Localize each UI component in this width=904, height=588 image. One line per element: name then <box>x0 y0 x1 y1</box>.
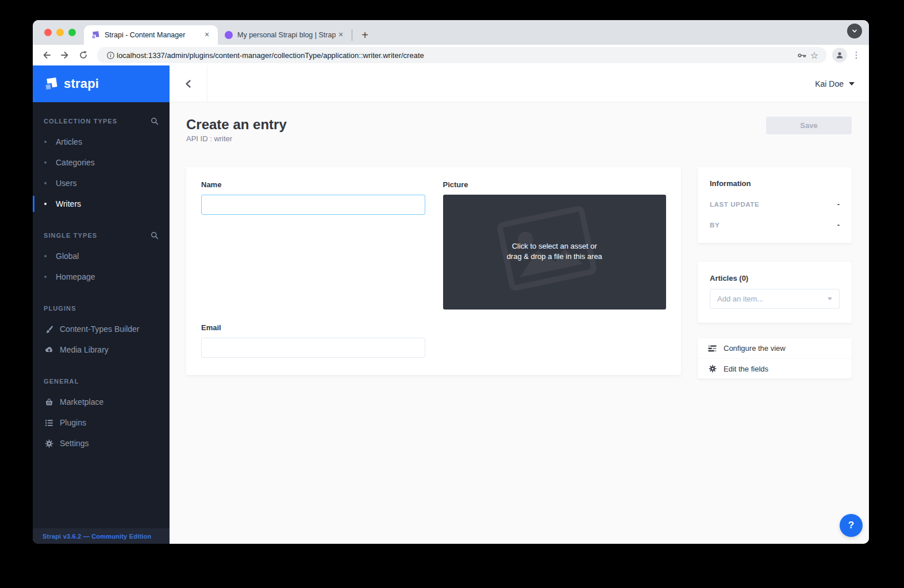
sidebar-item-content-types-builder[interactable]: Content-Types Builder <box>33 319 170 339</box>
page-info-icon[interactable] <box>104 49 117 61</box>
reload-button[interactable] <box>75 47 91 63</box>
bullet-icon <box>44 161 47 164</box>
tab-strapi-content-manager[interactable]: Strapi - Content Manager × <box>84 25 218 45</box>
bookmark-star-icon[interactable]: ☆ <box>808 49 821 61</box>
search-tabs-button[interactable] <box>847 24 862 38</box>
link-label: Edit the fields <box>724 365 768 373</box>
configure-view-link[interactable]: Configure the view <box>698 338 852 358</box>
sidebar-item-writers[interactable]: Writers <box>33 194 170 214</box>
sidebar-item-label: Settings <box>60 439 89 448</box>
tab-close-icon[interactable]: × <box>202 30 212 40</box>
strapi-wordmark: strapi <box>64 76 99 91</box>
browser-menu-icon[interactable]: ⋮ <box>849 50 863 60</box>
entry-form-card: Name Email Picture <box>186 167 681 375</box>
strapi-logo-icon <box>44 76 59 91</box>
list-icon <box>44 418 53 427</box>
chevron-left-icon <box>184 79 193 88</box>
bullet-icon <box>44 255 47 257</box>
sidebar-item-media-library[interactable]: Media Library <box>33 339 170 360</box>
tab-strip: Strapi - Content Manager × My personal S… <box>33 20 869 45</box>
name-input[interactable] <box>201 195 425 215</box>
information-title: Information <box>710 179 840 188</box>
sidebar-item-label: Homepage <box>56 272 95 281</box>
tab-title: Strapi - Content Manager <box>105 31 202 39</box>
page-subtitle: API ID : writer <box>186 134 852 143</box>
email-input[interactable] <box>201 338 425 358</box>
sidebar-item-marketplace[interactable]: Marketplace <box>33 392 170 412</box>
bullet-icon <box>44 276 47 278</box>
add-article-select[interactable]: Add an item... <box>710 289 840 309</box>
search-icon[interactable] <box>151 231 159 239</box>
picture-label: Picture <box>443 180 667 189</box>
help-button[interactable]: ? <box>840 514 863 537</box>
back-button[interactable] <box>39 47 55 63</box>
maximize-window-button[interactable] <box>68 29 76 36</box>
information-panel: Information LAST UPDATE - BY - <box>698 167 852 243</box>
section-collection-types: COLLECTION TYPES Articles Categories Use… <box>33 115 170 214</box>
info-row-by: BY - <box>710 220 840 229</box>
sidebar-item-homepage[interactable]: Homepage <box>33 266 170 287</box>
tab-close-icon[interactable]: × <box>336 30 346 40</box>
sidebar-item-label: Categories <box>56 158 95 167</box>
tab-title: My personal Strapi blog | Strap <box>237 31 336 39</box>
save-button[interactable]: Save <box>766 117 852 134</box>
sidebar-item-users[interactable]: Users <box>33 173 170 194</box>
section-label: COLLECTION TYPES <box>44 118 117 125</box>
password-key-icon[interactable] <box>795 49 808 61</box>
left-menu-nav: COLLECTION TYPES Articles Categories Use… <box>33 102 170 544</box>
sidebar-item-plugins[interactable]: Plugins <box>33 412 170 433</box>
forward-button[interactable] <box>57 47 73 63</box>
link-label: Configure the view <box>724 344 786 353</box>
tab-strapi-blog[interactable]: My personal Strapi blog | Strap × <box>218 25 352 45</box>
user-name: Kai Doe <box>815 79 844 88</box>
desktop-background: Strapi - Content Manager × My personal S… <box>0 0 904 588</box>
bullet-icon <box>44 182 47 184</box>
gear-icon <box>708 365 717 373</box>
window-controls <box>33 20 84 45</box>
sidebar-item-global[interactable]: Global <box>33 246 170 266</box>
sidebar-item-label: Writers <box>56 199 81 208</box>
close-window-button[interactable] <box>44 29 52 36</box>
sidebar-item-label: Users <box>56 179 77 188</box>
go-back-button[interactable] <box>170 65 207 102</box>
url-bar[interactable]: localhost:1337/admin/plugins/content-man… <box>97 47 826 63</box>
user-menu[interactable]: Kai Doe <box>815 79 869 88</box>
sidebar-item-label: Media Library <box>60 345 109 354</box>
form-left-column: Name Email <box>201 180 425 362</box>
strapi-admin: strapi COLLECTION TYPES Articles Categor… <box>33 65 869 544</box>
browser-window: Strapi - Content Manager × My personal S… <box>33 20 869 544</box>
section-label: SINGLE TYPES <box>44 232 97 239</box>
bullet-icon <box>44 203 47 205</box>
info-row-label: LAST UPDATE <box>710 201 759 208</box>
email-field-group: Email <box>201 323 425 358</box>
left-menu: strapi COLLECTION TYPES Articles Categor… <box>33 65 170 544</box>
strapi-logo-header[interactable]: strapi <box>33 65 170 102</box>
sidebar-item-articles[interactable]: Articles <box>33 131 170 152</box>
search-icon[interactable] <box>151 117 159 125</box>
info-row-label: BY <box>710 222 720 229</box>
view-links-panel: Configure the view Edi <box>698 338 852 378</box>
name-field-group: Name <box>201 180 425 215</box>
gear-icon <box>44 439 53 448</box>
dropzone-hint: Click to select an asset or drag & drop … <box>443 241 667 262</box>
chevron-down-icon <box>849 82 855 86</box>
strapi-version-link[interactable]: Strapi v3.6.2 — Community Edition <box>43 533 151 540</box>
browser-profile-avatar[interactable] <box>832 48 847 63</box>
form-right-column: Picture Click to select an asset or <box>443 180 667 362</box>
info-row-last-update: LAST UPDATE - <box>710 200 840 208</box>
edit-fields-link[interactable]: Edit the fields <box>698 358 852 378</box>
section-label: GENERAL <box>44 378 79 385</box>
content-area: Create an entry API ID : writer Save Nam… <box>170 102 869 544</box>
sidebar-item-settings[interactable]: Settings <box>33 433 170 454</box>
person-icon <box>835 51 844 60</box>
info-row-value: - <box>837 220 840 229</box>
brush-icon <box>44 324 53 334</box>
minimize-window-button[interactable] <box>56 29 64 36</box>
url-text: localhost:1337/admin/plugins/content-man… <box>117 51 795 60</box>
articles-relation-panel: Articles (0) Add an item... <box>698 262 852 323</box>
new-tab-button[interactable]: + <box>357 27 373 43</box>
select-placeholder: Add an item... <box>717 295 828 303</box>
admin-topbar: Kai Doe <box>170 65 869 102</box>
picture-dropzone[interactable]: Click to select an asset or drag & drop … <box>443 195 667 310</box>
sidebar-item-categories[interactable]: Categories <box>33 152 170 173</box>
